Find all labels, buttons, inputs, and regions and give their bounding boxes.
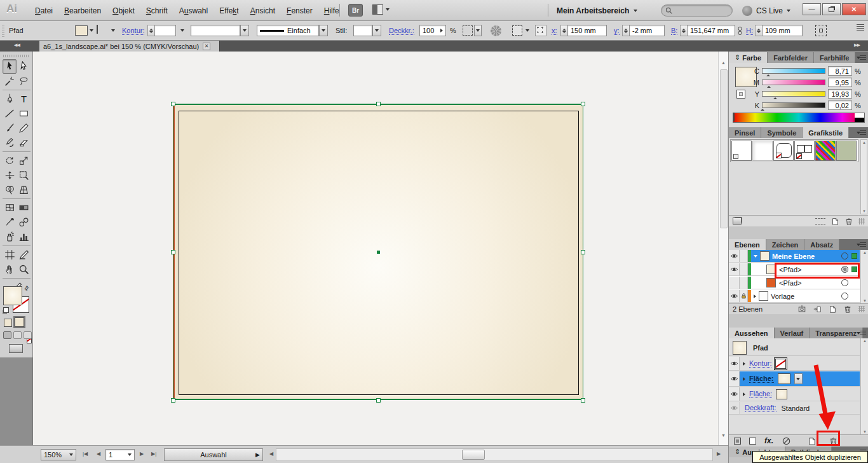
resize-grip-icon[interactable] <box>858 218 865 225</box>
align-options-icon[interactable] <box>512 25 522 36</box>
pencil-tool[interactable] <box>17 121 31 135</box>
document-tab-close-icon[interactable]: ✕ <box>203 43 210 50</box>
tab-aussehen[interactable]: Aussehen <box>729 328 775 338</box>
visibility-toggle[interactable] <box>729 263 740 275</box>
object-name[interactable]: <Pfad> <box>779 279 801 287</box>
visibility-toggle[interactable] <box>729 357 740 370</box>
style-item-default[interactable] <box>731 141 752 161</box>
ebenen-panel-menu-icon[interactable] <box>856 241 867 249</box>
hscroll-left-icon[interactable]: ◀ <box>269 451 273 457</box>
tab-ebenen[interactable]: Ebenen <box>729 239 766 250</box>
cs-live-group[interactable]: CS Live <box>742 4 790 17</box>
height-field[interactable]: 109 mm <box>762 25 803 36</box>
tab-verlauf[interactable]: Verlauf <box>775 328 810 338</box>
style-libraries-icon[interactable] <box>733 218 742 225</box>
delete-style-icon[interactable] <box>844 217 853 226</box>
status-display[interactable]: Auswahl▶ <box>164 448 263 461</box>
next-artboard-button[interactable]: ▶ <box>140 451 144 457</box>
add-effect-icon[interactable]: fx. <box>764 436 773 445</box>
symbol-sprayer-tool[interactable] <box>3 230 17 244</box>
draw-behind-button[interactable] <box>13 331 22 339</box>
menu-datei[interactable]: Datei <box>29 6 58 15</box>
spectrum-white-swatch[interactable] <box>855 113 864 118</box>
hscroll-right-icon[interactable]: ▶ <box>717 451 721 457</box>
stroke-style-field[interactable]: Einfach <box>257 25 319 36</box>
gradient-tool[interactable] <box>17 200 31 215</box>
menu-bearbeiten[interactable]: Bearbeiten <box>58 6 107 15</box>
channel-y-field[interactable]: 19,93 <box>828 89 852 99</box>
horizontal-scrollbar[interactable] <box>276 448 713 461</box>
selection-handle-s[interactable] <box>376 398 381 403</box>
lock-toggle[interactable] <box>740 290 748 302</box>
menu-auswahl[interactable]: Auswahl <box>173 6 214 15</box>
visibility-toggle[interactable] <box>729 290 740 302</box>
stroke-dropdown-icon[interactable] <box>111 29 115 32</box>
opacity-attr-label[interactable]: Deckkraft: <box>745 404 776 412</box>
tools-panel-grip[interactable] <box>3 55 30 57</box>
stile-panel-menu-icon[interactable] <box>856 129 867 137</box>
layer-target-icon[interactable] <box>841 252 848 259</box>
reference-point-selector[interactable] <box>535 25 546 36</box>
close-button[interactable]: ✕ <box>842 3 866 15</box>
control-panel-menu-icon[interactable] <box>857 24 864 31</box>
make-clipping-mask-icon[interactable] <box>797 305 806 314</box>
tab-pinsel[interactable]: Pinsel <box>729 127 761 138</box>
style-item-rounded-no-fill[interactable] <box>773 141 794 161</box>
fill-swatch[interactable] <box>778 373 790 384</box>
brush-definition-dropdown[interactable] <box>240 25 249 36</box>
menu-ansicht[interactable]: Ansicht <box>245 6 281 15</box>
document-tab[interactable]: a6_1s_landscape.ai* bei 150 % (CMYK/Vors… <box>39 41 220 52</box>
screen-mode-button[interactable] <box>9 344 23 353</box>
visibility-toggle[interactable] <box>729 277 740 289</box>
arrange-documents-button[interactable] <box>372 4 390 15</box>
scale-tool[interactable] <box>17 153 31 168</box>
lock-toggle[interactable] <box>740 263 748 275</box>
disclosure-triangle-icon[interactable] <box>743 392 745 396</box>
eraser-tool[interactable] <box>17 135 31 150</box>
object-target-icon[interactable] <box>841 279 848 286</box>
perspective-grid-tool[interactable] <box>17 183 31 197</box>
dock-collapse-icon[interactable]: ▶▶ <box>854 43 860 48</box>
lock-toggle[interactable] <box>740 250 748 262</box>
fill-dropdown[interactable] <box>794 373 803 384</box>
align-options-dropdown-icon[interactable] <box>526 29 529 32</box>
draw-inside-button[interactable] <box>24 331 32 339</box>
default-fill-stroke-icon[interactable] <box>3 307 9 313</box>
resize-grip-icon[interactable] <box>858 306 865 312</box>
channel-m-field[interactable]: 9,95 <box>828 78 852 87</box>
x-label[interactable]: x: <box>552 27 557 35</box>
duplicate-selected-item-button[interactable] <box>807 436 817 446</box>
selection-handle-nw[interactable] <box>171 102 175 106</box>
new-stroke-icon[interactable] <box>734 438 741 445</box>
style-item-split-no-fill[interactable] <box>794 141 815 161</box>
ebenen-scroll-down-icon[interactable]: ▼ <box>863 299 867 303</box>
visibility-toggle[interactable] <box>729 402 740 414</box>
draw-normal-button[interactable] <box>3 331 11 339</box>
panel-grip[interactable] <box>2 25 4 37</box>
channel-k-slider[interactable] <box>762 102 825 108</box>
visibility-toggle[interactable] <box>729 371 740 386</box>
color-spectrum-bar[interactable] <box>733 113 865 123</box>
selection-handle-n[interactable] <box>376 102 381 106</box>
object-thumbnail[interactable] <box>766 278 776 287</box>
stroke-swatch[interactable] <box>97 25 98 34</box>
menu-hilfe[interactable]: Hilfe <box>318 6 345 15</box>
ebenen-scrollbar[interactable]: ▲ ▼ <box>860 250 868 303</box>
slice-tool[interactable] <box>17 247 31 262</box>
paintbrush-tool[interactable] <box>3 121 17 135</box>
selection-handle-se[interactable] <box>581 398 585 403</box>
fill-dropdown-icon[interactable] <box>90 29 93 32</box>
color-mode-button[interactable] <box>4 319 12 327</box>
fill-attr-label[interactable]: Fläche: <box>749 375 774 383</box>
rectangle-tool[interactable] <box>17 106 31 121</box>
status-menu-icon[interactable]: ▶ <box>255 452 260 458</box>
disclosure-triangle-icon[interactable] <box>743 377 745 381</box>
new-sublayer-icon[interactable] <box>813 305 822 314</box>
artboard-number-field[interactable]: 1 <box>105 449 135 460</box>
isolate-object-icon[interactable] <box>491 25 501 36</box>
link-dimensions-icon[interactable] <box>735 25 745 36</box>
restore-button[interactable] <box>822 3 841 15</box>
rotate-tool[interactable] <box>3 153 17 168</box>
spectrum-none-swatch[interactable] <box>733 113 735 121</box>
height-label[interactable]: H: <box>746 27 753 35</box>
